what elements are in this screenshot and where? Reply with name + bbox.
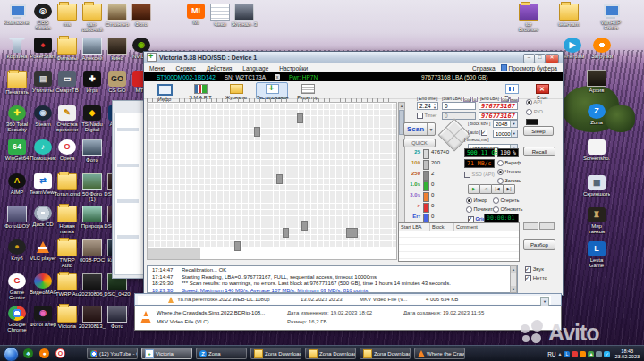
desktop-icon[interactable]: Корзина — [4, 38, 30, 59]
log-scrollbar[interactable]: ▲ ▼ — [510, 265, 517, 293]
play-button[interactable]: ▶ — [468, 184, 480, 194]
desktop-icon[interactable]: ▭СмартТВ — [54, 71, 80, 93]
toolbar-editor-button[interactable]: Редактор — [292, 82, 324, 99]
action-radio-remap[interactable]: Починить — [466, 206, 496, 213]
sleep-button[interactable]: Sleep — [523, 126, 554, 136]
desktop-icon[interactable]: ♜Мир танков — [583, 207, 610, 234]
desktop-icon[interactable]: Кино — [104, 38, 131, 61]
desktop-icon[interactable]: 20230813_1 — [79, 306, 106, 329]
desktop-icon[interactable]: ▦Скриншоты — [583, 175, 610, 197]
stop-button[interactable]: ✕ Стоп — [529, 82, 555, 99]
desktop-icon[interactable]: ◎OBS Studio — [30, 4, 56, 30]
toolbar-test-button[interactable]: Тестирование — [256, 82, 288, 99]
toolbar-journals-button[interactable]: Журналы — [220, 82, 252, 99]
desktop-icon[interactable]: Фильмы — [54, 38, 80, 61]
scan-dropdown-arrow[interactable]: ▼ — [427, 123, 435, 135]
desktop-icon[interactable]: Печатать — [4, 71, 30, 95]
desktop-icon[interactable]: MIMi — [182, 4, 209, 25]
auto-checkbox-box[interactable] — [481, 130, 487, 136]
desktop-icon[interactable]: AAIMP — [4, 173, 30, 195]
desktop-icon[interactable]: Компьютер — [4, 4, 30, 25]
desktop-icon[interactable]: Природа — [79, 206, 106, 229]
skip-forward-button[interactable]: ▶| — [503, 184, 515, 194]
api-radio[interactable]: API — [526, 99, 542, 105]
menu-item[interactable]: Language — [237, 65, 274, 71]
taskbar-button[interactable]: Zona Downloads — [305, 348, 356, 359]
ssd-api-checkbox-box[interactable] — [464, 172, 470, 178]
start-lba-input[interactable]: 0 — [442, 102, 476, 110]
pio-radio[interactable]: PIO — [526, 109, 543, 115]
desktop-icon[interactable]: Фото — [79, 139, 106, 163]
mode-radio-verify[interactable]: Вериф. — [497, 160, 521, 166]
quick-button[interactable]: QUICK — [403, 139, 436, 147]
action-radio-refresh[interactable]: Обновить — [493, 206, 522, 213]
desktop-icon[interactable]: Тотал.cmd — [54, 173, 80, 197]
desktop-icon[interactable]: ⇄TeamViewer — [30, 173, 56, 195]
desktop-icon[interactable]: Screensho... — [583, 139, 610, 161]
desktop-icon[interactable]: Журнал_3 — [231, 4, 258, 27]
desktop-icon[interactable]: 0038-РОС — [79, 239, 106, 263]
desktop-icon[interactable]: ♠PokerStars — [30, 38, 56, 59]
column-header[interactable]: Comment — [454, 223, 519, 231]
column-header[interactable]: Block — [430, 223, 454, 231]
netto-checkbox[interactable]: Нетто — [525, 275, 547, 281]
recall-button[interactable]: Recall — [523, 147, 555, 156]
drive-x-toggle[interactable]: x — [275, 74, 280, 80]
tray-expand-arrow[interactable]: ▲ — [558, 351, 563, 357]
desktop-icon[interactable]: Новая папка — [54, 206, 80, 234]
tray-icon[interactable] — [580, 351, 586, 357]
desktop-icon[interactable]: ♪Помощник — [30, 139, 56, 161]
column-header[interactable]: Start LBA — [399, 223, 430, 231]
title-bar[interactable]: Victoria 5.38 HDD/SSD : Device 1 — [144, 52, 563, 63]
desktop-icon[interactable]: Чеки — [207, 4, 233, 27]
menu-item[interactable]: Настройки — [274, 65, 313, 71]
seek-pad[interactable] — [438, 119, 471, 152]
skip-back-button[interactable]: |◀ — [491, 184, 504, 194]
toolbar-info-button[interactable]: Инфо — [148, 82, 181, 99]
tray-icon[interactable]: ▲ — [588, 351, 594, 357]
taskbar-button[interactable]: Where the Crawd... — [414, 348, 465, 359]
menu-item[interactable]: Меню — [144, 65, 171, 71]
desktop-icon[interactable]: ZZona — [583, 104, 610, 125]
timer-checkbox-box[interactable] — [417, 113, 423, 119]
desktop-icon[interactable]: ✚Игра — [79, 71, 106, 93]
desktop-icon[interactable]: Архив — [583, 70, 610, 93]
desktop-icon[interactable]: VLC player — [30, 239, 56, 261]
desktop-icon[interactable]: OOpera — [54, 139, 80, 161]
desktop-icon[interactable]: ◉ФотоГалерея — [30, 306, 56, 327]
end-lba-repeat-input[interactable]: 976773167 — [479, 112, 518, 120]
log-panel[interactable]: 17:14:47Recalibration... OK17:14:47Start… — [147, 265, 518, 293]
timer-checkbox[interactable]: Timer — [417, 113, 436, 119]
desktop-icon[interactable]: Фото — [128, 4, 155, 27]
action-radio-erase[interactable]: Стереть — [493, 197, 519, 204]
desktop-icon[interactable]: ◆TS Nadu Digital — [79, 105, 106, 132]
tray-icon[interactable]: ✓ — [604, 351, 610, 357]
grid-checkbox[interactable]: Grid — [468, 216, 486, 222]
taskbar-button[interactable]: (12) YouTube - G... — [87, 348, 138, 359]
desktop-icon[interactable]: Google Chrome — [4, 306, 30, 332]
tray-icon[interactable] — [596, 351, 602, 357]
taskbar-button[interactable]: ZZona — [196, 348, 247, 359]
scroll-up-arrow[interactable]: ▲ — [511, 266, 516, 273]
desktop-icon[interactable]: 64WinGet64 — [4, 139, 30, 161]
clock[interactable]: 18:43 23.02.2023 — [612, 348, 642, 359]
end-lba-input[interactable]: 976773167 — [479, 102, 518, 110]
close-button[interactable]: ✕ — [545, 54, 559, 63]
menu-item-buffer-view[interactable]: Просмотр буфера — [509, 65, 563, 71]
desktop-icon[interactable]: Алексей — [79, 38, 106, 61]
menu-item-help[interactable]: Справка — [467, 65, 501, 71]
desktop-icon[interactable]: 20230806_1 — [79, 273, 106, 297]
defect-table[interactable]: Start LBA Block Comment — [398, 222, 520, 262]
desktop-icon[interactable]: ◉Steam — [30, 105, 56, 127]
scan-map[interactable] — [147, 102, 397, 260]
end-time-input[interactable]: 2:24 ▲▼ — [417, 102, 438, 110]
scan-button[interactable]: Scan ▼ — [403, 122, 436, 136]
desktop-icon[interactable]: ВидеоМАСТЕР — [30, 273, 56, 295]
desktop-icon[interactable]: 50 Фото (1) — [79, 173, 106, 202]
desktop-icon[interactable]: TWRP Au — [54, 273, 80, 297]
mode-radio-write[interactable]: Запись — [497, 178, 521, 184]
timer-value-input[interactable]: 0 — [442, 112, 476, 120]
desktop-icon[interactable]: GGame Center — [4, 273, 30, 300]
desktop-icon[interactable]: ✚360 Total Security — [4, 105, 30, 132]
desktop-icon[interactable]: ms — [54, 4, 80, 27]
